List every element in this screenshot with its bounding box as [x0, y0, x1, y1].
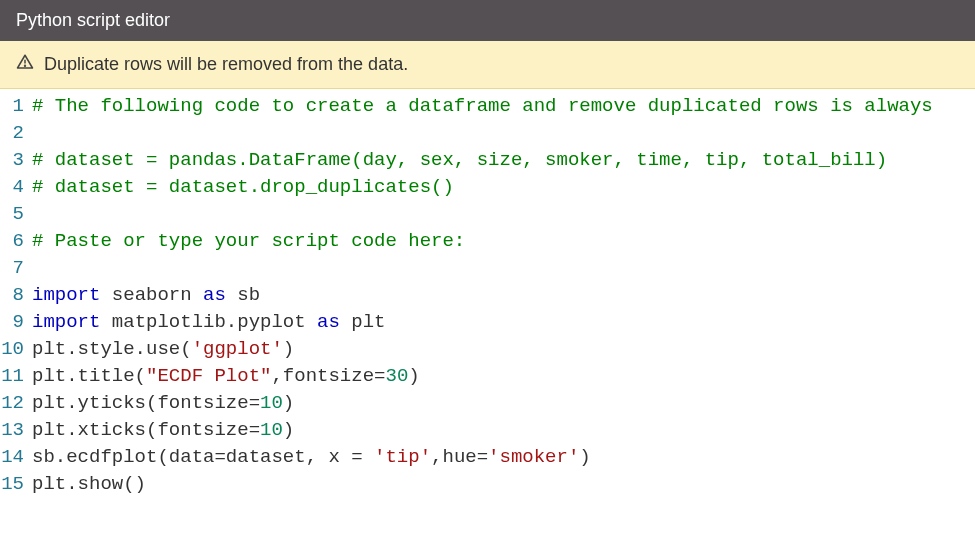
- title-text: Python script editor: [16, 10, 170, 30]
- line-content[interactable]: plt.title("ECDF Plot",fontsize=30): [32, 363, 975, 390]
- code-line[interactable]: 12plt.yticks(fontsize=10): [0, 390, 975, 417]
- code-line[interactable]: 4# dataset = dataset.drop_duplicates(): [0, 174, 975, 201]
- line-number: 1: [0, 93, 32, 120]
- line-number: 14: [0, 444, 32, 471]
- script-editor-window: Python script editor Duplicate rows will…: [0, 0, 975, 536]
- line-number: 2: [0, 120, 32, 147]
- line-content[interactable]: plt.style.use('ggplot'): [32, 336, 975, 363]
- line-content[interactable]: # dataset = dataset.drop_duplicates(): [32, 174, 975, 201]
- warning-banner: Duplicate rows will be removed from the …: [0, 41, 975, 89]
- code-editor[interactable]: 1# The following code to create a datafr…: [0, 89, 975, 536]
- svg-point-1: [25, 65, 26, 66]
- line-content[interactable]: # The following code to create a datafra…: [32, 93, 975, 120]
- line-number: 8: [0, 282, 32, 309]
- line-content[interactable]: import matplotlib.pyplot as plt: [32, 309, 975, 336]
- line-number: 12: [0, 390, 32, 417]
- code-line[interactable]: 13plt.xticks(fontsize=10): [0, 417, 975, 444]
- warning-message: Duplicate rows will be removed from the …: [44, 54, 408, 75]
- line-content[interactable]: [32, 201, 975, 228]
- code-line[interactable]: 14sb.ecdfplot(data=dataset, x = 'tip',hu…: [0, 444, 975, 471]
- code-line[interactable]: 11plt.title("ECDF Plot",fontsize=30): [0, 363, 975, 390]
- code-line[interactable]: 5: [0, 201, 975, 228]
- code-line[interactable]: 7: [0, 255, 975, 282]
- line-content[interactable]: plt.show(): [32, 471, 975, 498]
- line-number: 13: [0, 417, 32, 444]
- code-line[interactable]: 1# The following code to create a datafr…: [0, 93, 975, 120]
- line-number: 9: [0, 309, 32, 336]
- line-content[interactable]: # Paste or type your script code here:: [32, 228, 975, 255]
- line-number: 15: [0, 471, 32, 498]
- code-line[interactable]: 3# dataset = pandas.DataFrame(day, sex, …: [0, 147, 975, 174]
- line-content[interactable]: [32, 255, 975, 282]
- line-content[interactable]: sb.ecdfplot(data=dataset, x = 'tip',hue=…: [32, 444, 975, 471]
- code-line[interactable]: 6# Paste or type your script code here:: [0, 228, 975, 255]
- line-content[interactable]: # dataset = pandas.DataFrame(day, sex, s…: [32, 147, 975, 174]
- code-line[interactable]: 15plt.show(): [0, 471, 975, 498]
- warning-triangle-icon: [16, 53, 34, 76]
- line-number: 6: [0, 228, 32, 255]
- line-number: 5: [0, 201, 32, 228]
- line-number: 7: [0, 255, 32, 282]
- line-number: 11: [0, 363, 32, 390]
- titlebar: Python script editor: [0, 0, 975, 41]
- code-line[interactable]: 9import matplotlib.pyplot as plt: [0, 309, 975, 336]
- line-content[interactable]: plt.xticks(fontsize=10): [32, 417, 975, 444]
- line-number: 10: [0, 336, 32, 363]
- line-content[interactable]: import seaborn as sb: [32, 282, 975, 309]
- line-number: 4: [0, 174, 32, 201]
- line-content[interactable]: plt.yticks(fontsize=10): [32, 390, 975, 417]
- code-line[interactable]: 8import seaborn as sb: [0, 282, 975, 309]
- line-number: 3: [0, 147, 32, 174]
- line-content[interactable]: [32, 120, 975, 147]
- code-line[interactable]: 10plt.style.use('ggplot'): [0, 336, 975, 363]
- code-line[interactable]: 2: [0, 120, 975, 147]
